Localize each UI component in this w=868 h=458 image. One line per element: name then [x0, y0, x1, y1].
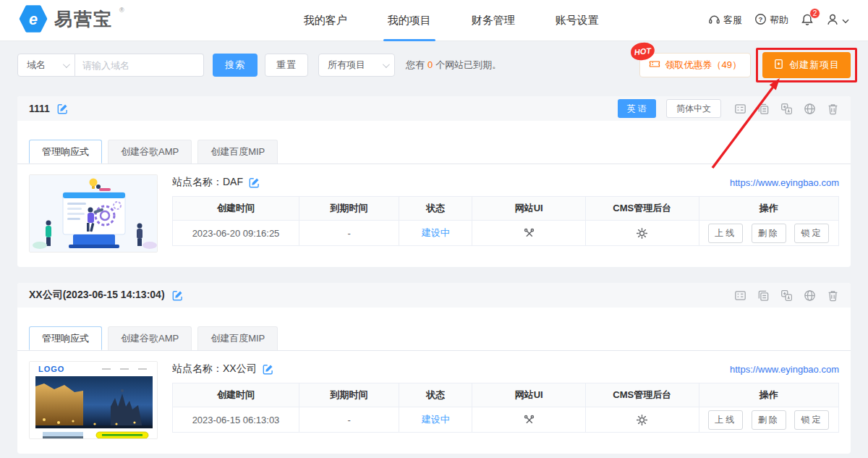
svg-text:e: e [29, 10, 38, 28]
expires-at-cell: - [299, 407, 399, 433]
row-actions: 上线 删除 锁定 [699, 407, 838, 433]
translate-icon[interactable] [780, 103, 793, 115]
delete-project-icon[interactable] [827, 103, 839, 115]
lock-site-button[interactable]: 锁定 [794, 410, 829, 430]
domain-search-input[interactable] [75, 54, 204, 77]
site-thumbnail-illustration[interactable] [29, 174, 158, 253]
site-name-label: 站点名称：DAF [172, 176, 243, 189]
chevron-down-icon [842, 15, 849, 26]
project-filter-select[interactable]: 所有项目 [318, 54, 395, 77]
website-ui-tools-icon[interactable] [523, 227, 535, 239]
project-card-body: LOGO 站点名称：XX公司 [17, 351, 851, 454]
go-online-button[interactable]: 上线 [708, 410, 743, 430]
project-tabs: 管理响应式 创建谷歌AMP 创建百度MIP [17, 121, 851, 164]
site-table-header-row: 创建时间 到期时间 状态 网站UI CMS管理后台 操作 [173, 197, 839, 221]
site-url-link[interactable]: https://www.eyingbao.com [730, 177, 839, 188]
select-chevron-icon [63, 61, 70, 68]
delete-project-icon[interactable] [827, 289, 839, 302]
main-nav: 我的客户 我的项目 财务管理 账号设置 [304, 0, 599, 41]
copy-project-icon[interactable] [757, 103, 770, 115]
ticket-icon [649, 59, 660, 71]
get-coupons-button[interactable]: HOT 领取优惠券（49） [639, 53, 751, 77]
edit-site-name-button[interactable] [249, 177, 260, 188]
project-icon-toolbar [734, 103, 839, 115]
edit-project-title-button[interactable] [57, 103, 68, 114]
tab-create-baidu-mip[interactable]: 创建百度MIP [197, 326, 278, 350]
site-thumbnail-screenshot[interactable]: LOGO [29, 361, 158, 439]
project-icon-toolbar [734, 289, 839, 302]
nav-item-finance[interactable]: 财务管理 [472, 0, 515, 41]
project-info-icon[interactable] [734, 289, 746, 302]
customer-service-button[interactable]: 客服 [708, 13, 742, 27]
tab-create-google-amp[interactable]: 创建谷歌AMP [108, 140, 192, 164]
delete-site-button[interactable]: 删除 [752, 224, 786, 243]
hot-badge: HOT [629, 41, 655, 61]
language-button-simplified-chinese[interactable]: 简体中文 [666, 99, 721, 118]
user-menu-button[interactable] [826, 13, 849, 28]
delete-site-button[interactable]: 删除 [752, 410, 786, 430]
cms-gear-icon[interactable] [636, 414, 648, 426]
create-project-wrapper: 创建新项目 [762, 52, 851, 78]
website-ui-tools-icon[interactable] [523, 414, 535, 426]
edit-project-title-button[interactable] [172, 290, 183, 301]
reset-button[interactable]: 重置 [265, 54, 308, 77]
edit-site-name-button[interactable] [263, 364, 273, 375]
go-online-button[interactable]: 上线 [708, 224, 743, 243]
site-name-row: 站点名称：XX公司 https://www.eyingbao.com [172, 362, 839, 376]
top-bar: e 易营宝 ® 我的客户 我的项目 财务管理 账号设置 客服 [0, 0, 868, 41]
user-icon [826, 13, 839, 28]
brand-name: 易营宝 [54, 4, 113, 33]
status-badge: 建设中 [422, 414, 450, 425]
project-tabs: 管理响应式 创建谷歌AMP 创建百度MIP [17, 308, 851, 351]
site-table: 创建时间 到期时间 状态 网站UI CMS管理后台 操作 2023-06-15 … [172, 383, 839, 433]
site-table-row: 2023-06-15 06:13:03 - 建设中 [173, 407, 839, 433]
help-button[interactable]: ? 帮助 [754, 13, 788, 27]
project-details: 站点名称：DAF https://www.eyingbao.com 创建时间 [172, 174, 839, 253]
filter-bar-actions: HOT 领取优惠券（49） 创 [639, 52, 851, 78]
project-details: 站点名称：XX公司 https://www.eyingbao.com 创建时间 [172, 361, 839, 439]
help-icon: ? [754, 13, 767, 27]
project-info-icon[interactable] [734, 103, 746, 115]
language-button-english[interactable]: 英 语 [618, 99, 656, 118]
nav-item-account-settings[interactable]: 账号设置 [556, 0, 599, 41]
nav-item-my-customers[interactable]: 我的客户 [304, 0, 347, 41]
domain-globe-icon[interactable] [804, 103, 816, 115]
cms-gear-icon[interactable] [636, 227, 648, 239]
created-at-cell: 2023-06-15 06:13:03 [173, 407, 299, 433]
status-badge: 建设中 [422, 227, 450, 238]
project-card-header: XX公司(2023-06-15 14:13:04) [17, 283, 851, 308]
site-url-link[interactable]: https://www.eyingbao.com [730, 364, 839, 375]
project-card-header: 1111 英 语 简体中文 [17, 96, 851, 121]
top-bar-right: 客服 ? 帮助 2 [708, 13, 849, 28]
brand-logo[interactable]: e 易营宝 ® [19, 4, 124, 36]
project-card: 1111 英 语 简体中文 [17, 96, 851, 267]
notifications-button[interactable]: 2 [801, 13, 814, 28]
row-actions: 上线 删除 锁定 [699, 221, 838, 246]
nav-item-my-projects[interactable]: 我的项目 [388, 0, 431, 41]
lock-site-button[interactable]: 锁定 [794, 224, 829, 243]
thumbnail-logo-text: LOGO [38, 365, 64, 373]
svg-text:?: ? [759, 15, 763, 23]
project-card-body: 站点名称：DAF https://www.eyingbao.com 创建时间 [17, 164, 851, 267]
tab-manage-responsive[interactable]: 管理响应式 [29, 140, 102, 164]
notification-count-badge: 2 [809, 8, 820, 19]
create-new-project-button[interactable]: 创建新项目 [762, 52, 851, 78]
tab-create-baidu-mip[interactable]: 创建百度MIP [197, 140, 278, 164]
project-title: 1111 [29, 103, 50, 114]
project-header-actions [731, 289, 839, 302]
domain-type-select[interactable]: 域名 [17, 54, 75, 77]
site-name-label: 站点名称：XX公司 [172, 362, 257, 376]
filter-bar: 域名 搜索 重置 所有项目 您有0个网站已到期。 HOT 领取优惠券（49） [17, 51, 851, 79]
tab-manage-responsive[interactable]: 管理响应式 [29, 326, 102, 350]
copy-project-icon[interactable] [757, 289, 770, 302]
site-table-row: 2023-06-20 09:16:25 - 建设中 [173, 221, 839, 246]
tab-create-google-amp[interactable]: 创建谷歌AMP [108, 326, 192, 350]
search-button[interactable]: 搜索 [213, 54, 258, 77]
translate-icon[interactable] [780, 289, 793, 302]
project-card: XX公司(2023-06-15 14:13:04) [17, 283, 851, 454]
project-title: XX公司(2023-06-15 14:13:04) [29, 289, 165, 302]
select-chevron-icon [383, 61, 390, 68]
expired-sites-notice: 您有0个网站已到期。 [406, 59, 501, 72]
project-header-actions: 英 语 简体中文 [618, 99, 839, 118]
domain-globe-icon[interactable] [804, 289, 816, 302]
